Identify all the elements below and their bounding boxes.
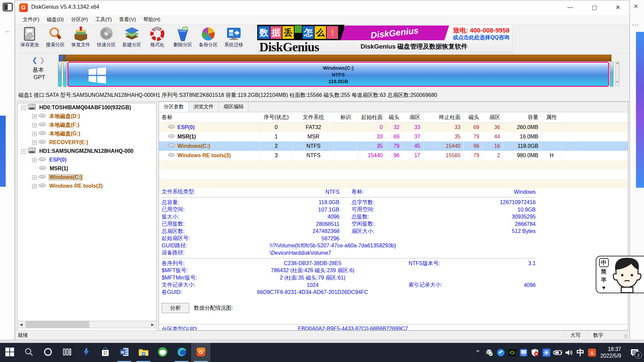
close-button[interactable]: ✕ <box>613 2 623 12</box>
tray-chevron-icon[interactable]: ⌃ <box>472 343 484 362</box>
partition-block-winre[interactable] <box>610 62 613 87</box>
tree-item-MSR(1)[interactable]: MSR(1) <box>17 164 156 173</box>
toolbar-button-恢复文件[interactable]: 恢复文件 <box>68 25 94 52</box>
ime-widget-buttons[interactable]: 中简半♥ <box>596 256 611 293</box>
toolbar-button-搜索分区[interactable]: 搜索分区 <box>43 25 68 52</box>
start-button[interactable] <box>0 343 19 362</box>
tree-item-ESP(0)[interactable]: +ESP(0) <box>17 156 156 164</box>
ime-widget-option-0[interactable]: 中 <box>599 258 609 267</box>
ime-widget-option-2[interactable]: 半 <box>601 276 607 284</box>
cortana-button[interactable] <box>38 343 57 362</box>
tree-item-本地磁盘(F:)[interactable]: +本地磁盘(F:) <box>17 121 156 129</box>
toolbar-button-新建分区[interactable]: 新建分区 <box>119 25 145 52</box>
expand-icon[interactable]: + <box>32 114 37 119</box>
expand-icon[interactable]: + <box>32 123 37 127</box>
more-options-icon[interactable]: ⋯ <box>632 21 639 29</box>
toolbar-button-格式化[interactable]: 格式化 <box>145 25 170 52</box>
next-disk-icon[interactable]: ❯ <box>39 56 45 64</box>
printer-status-icon[interactable] <box>484 343 495 362</box>
sogou-icon[interactable]: S <box>586 343 598 362</box>
security-alert-icon[interactable] <box>529 343 541 362</box>
column-header-起始柱面[interactable]: 起始柱面 <box>358 112 386 122</box>
column-header-磁头[interactable]: 磁头 <box>386 112 402 122</box>
scroll-left-icon[interactable]: ◀ <box>17 321 25 328</box>
toolbar-button-备份分区[interactable]: 备份分区 <box>196 25 221 52</box>
expand-icon[interactable]: + <box>32 184 37 188</box>
tree-item-RECOVERY(E:)[interactable]: +RECOVERY(E:) <box>17 138 156 147</box>
tree-item-HD0:TOSHIBAMQ04ABF100(932GB)[interactable]: −HD0:TOSHIBAMQ04ABF100(932GB) <box>17 103 156 112</box>
tree-item-HD1:SAMSUNGMZNLN128HAHQ-000[interactable]: −HD1:SAMSUNGMZNLN128HAHQ-000 <box>17 147 156 156</box>
taskbar-clock[interactable]: 18:372022/5/9 <box>598 346 625 359</box>
menu-item-3[interactable]: 工具(T) <box>92 15 115 24</box>
column-header-扇区[interactable]: 扇区 <box>402 112 423 122</box>
tab-浏览文件[interactable]: 浏览文件 <box>189 102 219 112</box>
ad-banner[interactable]: 数据丢怎么! DiskGenius DiskGenius 致电: 400-008… <box>257 24 513 52</box>
notification-center-button[interactable]: 2 <box>625 343 644 362</box>
word-button[interactable]: W <box>115 343 134 362</box>
tab-分区参数[interactable]: 分区参数 <box>159 102 189 112</box>
nvidia-icon[interactable] <box>506 343 518 362</box>
snowflake-icon[interactable] <box>541 343 552 362</box>
column-header-扇区[interactable]: 扇区 <box>482 112 503 122</box>
back-arrow-icon[interactable]: ← <box>4 26 11 35</box>
toolbar-button-系统迁移[interactable]: 系统迁移 <box>221 25 247 52</box>
minimize-button[interactable]: — <box>565 2 575 12</box>
disk-nav-arrows[interactable]: ❮ ❯ <box>32 56 45 64</box>
messenger-icon[interactable] <box>495 343 506 362</box>
expand-icon[interactable]: + <box>32 132 37 136</box>
tree-horizontal-scrollbar[interactable]: ◀ ▶ <box>17 321 157 328</box>
ime-floating-widget[interactable]: 中简半♥ <box>596 256 644 293</box>
menu-item-4[interactable]: 查看(V) <box>115 15 140 24</box>
toolbar-button-保存更改[interactable]: 保存更改 <box>17 25 43 52</box>
analyze-button[interactable]: 分析 <box>162 303 189 313</box>
table-row[interactable]: Windows(C:)2NTFS357945154409616118.0GB <box>159 141 628 151</box>
window-widget-icon[interactable] <box>3 3 13 11</box>
table-row[interactable]: ESP(0)0FAT3203233336936260.0MB <box>159 123 628 132</box>
tree-item-本地磁盘(D:)[interactable]: +本地磁盘(D:) <box>17 112 156 121</box>
resize-grip[interactable] <box>624 335 628 339</box>
table-row[interactable]: Windows RE tools(3)3NTFS1544096171556579… <box>159 151 628 160</box>
store-button[interactable] <box>96 343 115 362</box>
power-plug-icon[interactable] <box>552 343 564 362</box>
edge-button[interactable] <box>172 343 191 362</box>
expand-icon[interactable]: + <box>32 158 37 162</box>
prev-disk-icon[interactable]: ❮ <box>32 56 38 64</box>
search-button[interactable] <box>19 343 38 362</box>
collapse-icon[interactable]: − <box>21 149 26 154</box>
collapse-icon[interactable]: − <box>21 106 26 110</box>
menu-item-2[interactable]: 分区(P) <box>67 15 92 24</box>
toolbar-button-快速分区[interactable]: 快速分区 <box>94 25 119 52</box>
ime-indicator[interactable]: 中 <box>575 343 586 362</box>
column-header-标识[interactable]: 标识 <box>334 112 358 122</box>
maximize-button[interactable]: ▢ <box>589 2 599 12</box>
column-header-容量[interactable]: 容量 <box>503 112 541 122</box>
menu-item-1[interactable]: 磁盘(D) <box>43 15 67 24</box>
green-browser-button[interactable] <box>153 343 172 362</box>
intel-graphics-icon[interactable]: intel <box>518 343 529 362</box>
column-header-序号(状态)[interactable]: 序号(状态) <box>260 112 293 122</box>
disk-bar-scrollbar[interactable]: ▲ ▼ <box>615 61 620 86</box>
tree-item-Windows RE tools(3)[interactable]: +Windows RE tools(3) <box>17 182 156 190</box>
tab-扇区编辑[interactable]: 扇区编辑 <box>219 102 249 112</box>
column-header-属性[interactable]: 属性 <box>541 112 562 122</box>
flash-app-button[interactable] <box>76 343 96 362</box>
menu-item-5[interactable]: 帮助(H) <box>140 15 164 24</box>
scroll-down-icon[interactable]: ▼ <box>615 80 619 84</box>
scrollbar-thumb[interactable] <box>25 321 89 328</box>
menu-item-0[interactable]: 文件(F) <box>19 15 43 24</box>
background-close-icon[interactable]: ✕ <box>633 3 638 10</box>
column-header-终止柱面[interactable]: 终止柱面 <box>423 112 464 122</box>
scroll-right-icon[interactable]: ▶ <box>149 321 156 328</box>
partition-block-windows-c[interactable]: Windows(C:) NTFS 118.0GB <box>67 62 609 87</box>
expand-icon[interactable]: + <box>32 175 37 180</box>
expand-icon[interactable]: + <box>32 140 37 145</box>
table-row[interactable]: MSR(1)1MSR33693735794416.0MB <box>159 132 628 141</box>
diskgenius-button[interactable]: G <box>191 343 210 362</box>
scroll-up-icon[interactable]: ▲ <box>615 62 619 65</box>
column-header-磁头[interactable]: 磁头 <box>464 112 482 122</box>
speaker-icon[interactable] <box>564 343 575 362</box>
tree-item-Windows(C:)[interactable]: +Windows(C:) <box>17 173 156 182</box>
ime-widget-option-1[interactable]: 简 <box>601 268 607 276</box>
task-view-button[interactable] <box>57 343 76 362</box>
partition-block-esp[interactable] <box>58 62 62 87</box>
